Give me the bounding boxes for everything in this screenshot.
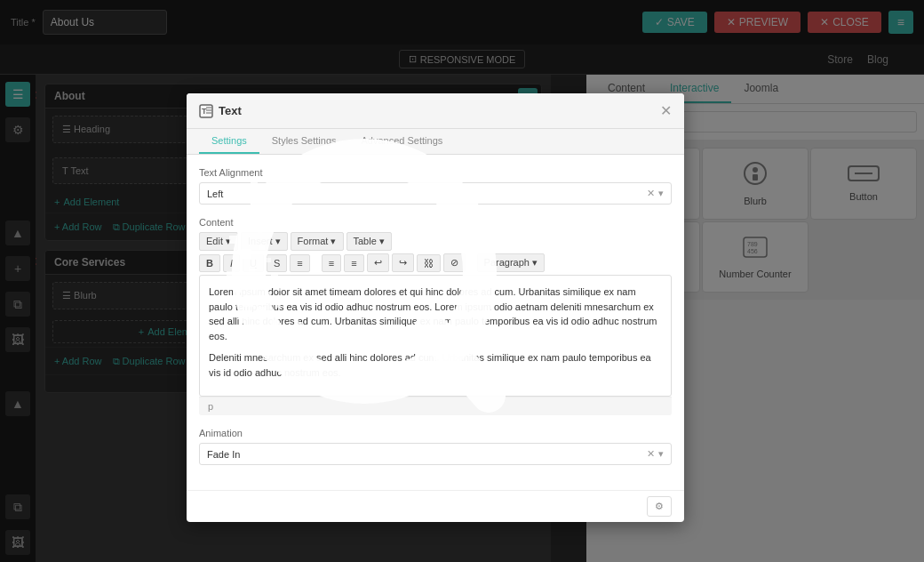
animation-value: Fade In [207,449,240,460]
modal-footer: ⚙ [187,490,684,522]
animation-select-actions: ✕ ▾ [647,448,664,460]
insert-dropdown[interactable]: Insert ▾ [241,232,288,251]
modal-close-button[interactable]: ✕ [660,102,672,119]
redo-btn[interactable]: ↪ [392,253,414,272]
edit-dropdown[interactable]: Edit ▾ [199,232,238,251]
modal-tab-settings[interactable]: Settings [199,129,259,154]
editor-footer: p [199,397,672,415]
strikethrough-btn[interactable]: S [267,254,287,272]
format-dropdown[interactable]: Format ▾ [291,232,344,251]
align-left-btn[interactable]: ≡ [322,254,341,272]
alignment-select-actions: ✕ ▾ [647,188,664,199]
animation-select[interactable]: Fade In ✕ ▾ [199,443,672,465]
animation-label: Animation [199,428,672,438]
paragraph-dropdown[interactable]: Paragraph ▾ [477,253,545,272]
editor-content[interactable]: Lorem ipsum dolor sit amet timeam dolore… [199,275,672,397]
table-dropdown[interactable]: Table ▾ [346,232,392,251]
modal-title-icon: T [199,104,213,118]
modal-tab-advanced[interactable]: Advanced Settings [349,129,456,154]
modal-overlay: T Text ✕ Settings Styles Settings Advanc… [0,0,924,562]
alignment-row: Text Alignment Left ✕ ▾ [199,167,672,205]
animation-row: Animation Fade In ✕ ▾ [199,428,672,465]
animation-clear-icon[interactable]: ✕ [647,448,655,460]
modal-tab-styles[interactable]: Styles Settings [259,129,349,154]
underline-btn[interactable]: U [243,254,264,272]
modal-title: T Text [199,104,242,118]
italic-btn[interactable]: I [223,254,240,272]
content-row: Content Edit ▾ Insert ▾ Format ▾ Table ▾… [199,217,672,415]
editor-para-1: Lorem ipsum dolor sit amet timeam dolore… [209,285,662,343]
unlink-btn[interactable]: ⊘ [443,253,466,272]
modal-footer-icon-btn[interactable]: ⚙ [647,496,672,517]
alignment-chevron-icon[interactable]: ▾ [658,188,664,199]
alignment-value: Left [207,189,223,199]
align-center-btn[interactable]: ≡ [344,254,363,272]
align-btn[interactable]: ≡ [290,254,309,272]
content-label: Content [199,217,672,228]
modal-body: Text Alignment Left ✕ ▾ Content Edit ▾ I… [187,155,684,490]
modal-header: T Text ✕ [187,93,684,129]
alignment-clear-icon[interactable]: ✕ [647,188,655,199]
text-modal: T Text ✕ Settings Styles Settings Advanc… [187,93,684,522]
bold-btn[interactable]: B [199,254,220,272]
link-btn[interactable]: ⛓ [417,254,441,272]
modal-tabs: Settings Styles Settings Advanced Settin… [187,129,684,155]
editor-para-2: Deleniti mnesarchum ex sed alli hinc dol… [209,350,662,380]
undo-btn[interactable]: ↩ [367,253,389,272]
alignment-select[interactable]: Left ✕ ▾ [199,182,672,205]
alignment-label: Text Alignment [199,167,672,178]
animation-chevron-icon[interactable]: ▾ [658,448,664,460]
